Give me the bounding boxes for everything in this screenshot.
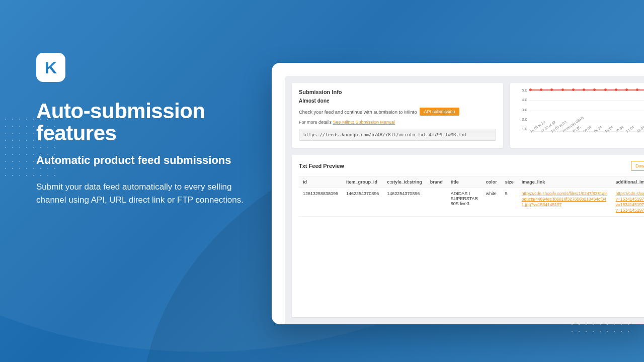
download-button[interactable]: Dow bbox=[631, 161, 644, 171]
cell-brand bbox=[426, 188, 447, 217]
chart-x-axis: 16.03 at 13 17.03 at 02 18.03 at 03 Yest… bbox=[529, 130, 644, 140]
col-color[interactable]: color bbox=[482, 176, 501, 188]
submission-info-title: Submission Info bbox=[299, 89, 496, 95]
hero-headline: Auto-submission features bbox=[36, 100, 258, 144]
col-title[interactable]: title bbox=[447, 176, 482, 188]
chart-y-axis: 5.0 4.0 3.0 2.0 1.0 bbox=[516, 88, 527, 131]
submission-manual-link[interactable]: See Miinto Submission Manual bbox=[333, 120, 395, 125]
cell-title: ADIDAS I SUPERSTAR 80S live3 bbox=[447, 188, 482, 217]
cell-id: 12613258838096 bbox=[299, 188, 342, 217]
col-size[interactable]: size bbox=[501, 176, 518, 188]
chart-series-line bbox=[529, 89, 644, 90]
table-header-row: id item_group_id c:style_id:string brand… bbox=[299, 176, 644, 188]
table-row: 12613258838096 1462254370896 14622543708… bbox=[299, 188, 644, 217]
cell-color: white bbox=[482, 188, 501, 217]
col-brand[interactable]: brand bbox=[426, 176, 447, 188]
hero-subhead: Automatic product feed submissions bbox=[36, 153, 258, 167]
feed-preview-table: id item_group_id c:style_id:string brand… bbox=[299, 176, 644, 217]
app-screenshot-frame: Submission Info Almost done Check your f… bbox=[272, 63, 644, 324]
additional-image-link[interactable]: v=15341451972 bbox=[615, 197, 644, 202]
col-style-id[interactable]: c:style_id:string bbox=[383, 176, 426, 188]
chart-card: 5.0 4.0 3.0 2.0 1.0 bbox=[510, 83, 644, 148]
cell-additional-image: https://cdn.shop v=15341451972 v=1534145… bbox=[611, 188, 644, 217]
image-link[interactable]: https://cdn.shopify.com/s/files/1/0247/8… bbox=[522, 191, 608, 208]
feed-preview-card: Txt Feed Preview Dow id item_group_id c:… bbox=[292, 155, 644, 317]
api-submission-button[interactable]: API submission bbox=[420, 108, 459, 116]
cell-image-link: https://cdn.shopify.com/s/files/1/0247/8… bbox=[518, 188, 612, 217]
feed-url-field[interactable]: https://feeds.koongo.com/6748/7811/miint… bbox=[299, 129, 496, 141]
hero-body: Submit your data feed automatically to e… bbox=[36, 180, 258, 207]
col-id[interactable]: id bbox=[299, 176, 342, 188]
submission-check-text: Check your feed and continue with submis… bbox=[299, 109, 417, 115]
additional-image-link[interactable]: v=15341451972 bbox=[615, 208, 644, 213]
col-item-group-id[interactable]: item_group_id bbox=[342, 176, 383, 188]
submission-status: Almost done bbox=[299, 98, 496, 104]
brand-logo: K bbox=[36, 53, 65, 82]
feed-preview-title: Txt Feed Preview bbox=[299, 163, 344, 169]
details-prefix: For more details bbox=[299, 120, 333, 125]
submission-info-card: Submission Info Almost done Check your f… bbox=[292, 83, 503, 148]
col-additional-image[interactable]: additional_imag bbox=[611, 176, 644, 188]
col-image-link[interactable]: image_link bbox=[518, 176, 612, 188]
cell-item-group-id: 1462254370896 bbox=[342, 188, 383, 217]
additional-image-link[interactable]: https://cdn.shop bbox=[615, 191, 644, 197]
additional-image-link[interactable]: v=15341451972 bbox=[615, 202, 644, 208]
cell-style-id: 1462254370896 bbox=[383, 188, 426, 217]
cell-size: 5 bbox=[501, 188, 518, 217]
